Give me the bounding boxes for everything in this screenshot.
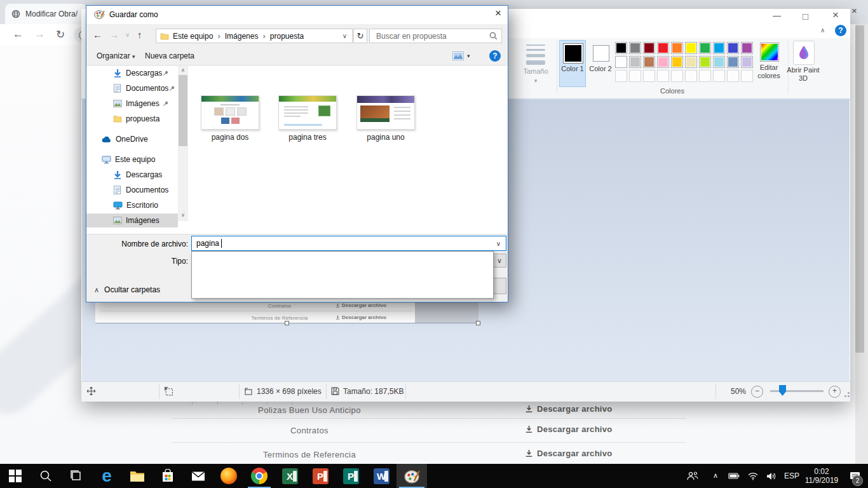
taskbar-search-button[interactable] (31, 464, 61, 488)
refresh-button[interactable]: ↻ (353, 29, 367, 43)
canvas-resize-handle-corner[interactable] (476, 321, 480, 325)
breadcrumb-crumb[interactable]: propuesta (270, 32, 304, 41)
paint-maximize-button[interactable]: □ (803, 11, 808, 22)
paint-minimize-button[interactable]: — (773, 11, 781, 20)
sidebar-item-documentos[interactable]: Documentos (86, 81, 178, 95)
palette-empty-slot[interactable] (615, 70, 627, 82)
palette-color[interactable] (671, 56, 683, 68)
palette-color[interactable] (643, 42, 655, 54)
scroll-down-icon[interactable]: ∨ (178, 212, 188, 218)
mail-button[interactable] (183, 464, 214, 488)
palette-color[interactable] (713, 42, 725, 54)
dialog-back-icon[interactable]: ← (93, 29, 102, 40)
palette-color[interactable] (657, 56, 669, 68)
dialog-help-button[interactable]: ? (489, 50, 501, 62)
scroll-up-icon[interactable]: ∧ (178, 67, 188, 73)
download-link[interactable]: Descargar archivo (525, 404, 613, 414)
sidebar-item-descargas-2[interactable]: Descargas (86, 168, 178, 182)
palette-empty-slot[interactable] (657, 70, 669, 82)
size-dropdown-icon[interactable]: ▾ (519, 77, 553, 85)
sidebar-item-imagenes[interactable]: Imágenes (86, 97, 178, 111)
window-resize-grip[interactable] (848, 395, 850, 397)
palette-color[interactable] (657, 42, 669, 54)
palette-color[interactable] (727, 42, 739, 54)
browser-close-button[interactable]: × (851, 5, 857, 16)
palette-color[interactable] (699, 56, 711, 68)
edge-button[interactable]: e (92, 464, 122, 488)
firefox-button[interactable] (214, 464, 244, 488)
recent-locations-icon[interactable]: ∨ (125, 31, 130, 38)
palette-color[interactable] (727, 56, 739, 68)
canvas-resize-handle-bottom[interactable] (285, 321, 289, 325)
dialog-forward-icon[interactable]: → (109, 29, 119, 40)
breadcrumb-crumb[interactable]: Este equipo (173, 32, 213, 41)
open-paint3d-button[interactable]: Abrir Paint 3D (786, 66, 820, 83)
view-mode-button[interactable]: ▾ (452, 51, 470, 60)
palette-empty-slot[interactable] (629, 70, 641, 82)
paint-help-button[interactable]: ? (835, 25, 846, 36)
palette-empty-slot[interactable] (643, 70, 655, 82)
palette-color[interactable] (699, 42, 711, 54)
zoom-slider[interactable] (770, 390, 824, 392)
sidebar-item-descargas[interactable]: Descargas (86, 66, 178, 80)
filetype-dropdown-icon[interactable]: ∨ (492, 254, 506, 268)
sidebar-item-imagenes-2[interactable]: Imágenes (86, 214, 178, 227)
zoom-out-button[interactable]: − (751, 386, 763, 398)
file-item[interactable]: pagina uno (349, 95, 423, 142)
save-button-partial[interactable] (492, 278, 506, 294)
people-button[interactable] (681, 464, 704, 488)
search-icon[interactable] (489, 32, 498, 40)
address-dropdown-icon[interactable]: ∨ (342, 32, 347, 39)
chrome-button[interactable] (244, 464, 275, 488)
browser-tab[interactable]: Modificar Obra/ (5, 4, 86, 24)
palette-empty-slot[interactable] (699, 70, 711, 82)
file-item[interactable]: pagina tres (271, 95, 344, 142)
wifi-icon[interactable] (743, 464, 763, 488)
palette-empty-slot[interactable] (685, 70, 697, 82)
breadcrumb-crumb[interactable]: Imágenes (225, 32, 259, 41)
zoom-in-button[interactable]: + (829, 386, 841, 398)
breadcrumb[interactable]: Este equipo › Imágenes › propuesta ∨ (156, 29, 353, 43)
sidebar-item-onedrive[interactable]: OneDrive (86, 132, 178, 146)
edit-colors-button[interactable]: Editar colores (751, 64, 787, 80)
browser-refresh-icon[interactable]: ↻ (56, 28, 65, 41)
palette-empty-slot[interactable] (713, 70, 725, 82)
palette-color[interactable] (713, 56, 725, 68)
browser-scrollbar-thumb[interactable] (855, 25, 864, 353)
excel-button[interactable]: X (275, 464, 305, 488)
search-box[interactable] (369, 29, 502, 43)
powerpoint-button[interactable]: P (305, 464, 336, 488)
file-explorer-button[interactable] (122, 464, 153, 488)
ribbon-collapse-icon[interactable]: ∧ (820, 27, 825, 34)
file-item[interactable]: pagina dos (193, 95, 267, 142)
palette-color[interactable] (643, 56, 655, 68)
download-link[interactable]: Descargar archivo (525, 424, 613, 434)
volume-icon[interactable] (761, 464, 782, 488)
palette-color[interactable] (615, 42, 627, 54)
battery-icon[interactable] (724, 464, 743, 488)
search-input[interactable] (375, 31, 479, 41)
browser-forward-icon[interactable]: → (34, 28, 45, 41)
filename-autocomplete-popup[interactable] (191, 251, 494, 299)
dialog-close-icon[interactable]: × (495, 7, 501, 20)
sidebar-item-este-equipo[interactable]: Este equipo (86, 152, 178, 166)
palette-color[interactable] (685, 56, 697, 68)
download-link[interactable]: Descargar archivo (525, 449, 613, 458)
size-button[interactable]: Tamaño (519, 67, 553, 76)
palette-empty-slot[interactable] (671, 70, 683, 82)
store-button[interactable] (153, 464, 183, 488)
hide-folders-button[interactable]: ∧ Ocultar carpetas (94, 285, 160, 294)
paint-close-button[interactable]: × (832, 9, 839, 22)
word-button[interactable]: W (366, 464, 397, 488)
palette-color[interactable] (615, 56, 627, 68)
color2-button[interactable]: Color 2 (588, 65, 613, 73)
sidebar-item-escritorio[interactable]: Escritorio (86, 198, 178, 212)
sidebar-item-documentos-2[interactable]: Documentos (86, 183, 178, 197)
clock[interactable]: 0:02 11/9/2019 (802, 467, 841, 485)
palette-color[interactable] (629, 56, 641, 68)
organize-button[interactable]: Organizar ▾ (97, 51, 135, 60)
publisher-button[interactable]: P (336, 464, 366, 488)
filename-dropdown-icon[interactable]: ∨ (496, 240, 501, 247)
tray-expand-icon[interactable]: ∧ (713, 471, 718, 480)
palette-color[interactable] (629, 42, 641, 54)
